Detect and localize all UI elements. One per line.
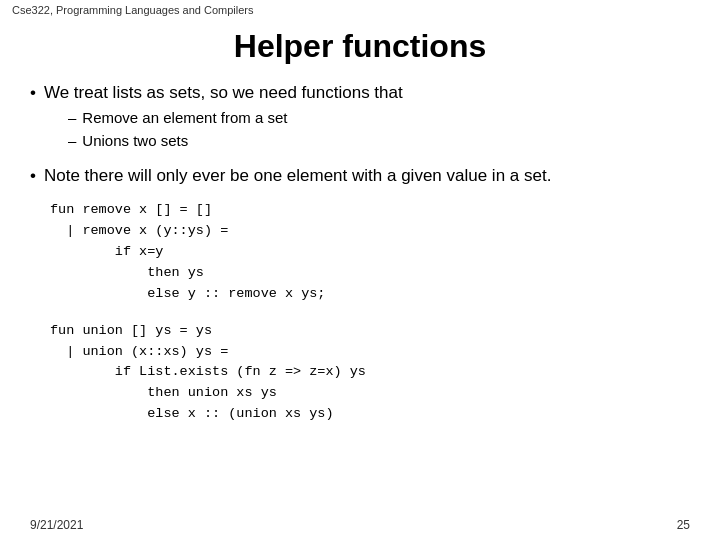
page-number: 25	[677, 518, 690, 532]
bullet-dot-2: •	[30, 166, 36, 186]
bullet-text-2: Note there will only ever be one element…	[44, 166, 551, 186]
code-block-2: fun union [] ys = ys | union (x::xs) ys …	[50, 321, 690, 426]
dash-1: –	[68, 107, 76, 130]
sub-text-2: Unions two sets	[82, 130, 188, 153]
bullet-main-1: • We treat lists as sets, so we need fun…	[30, 83, 690, 103]
bullet-text-1: We treat lists as sets, so we need funct…	[44, 83, 403, 103]
code-block-1: fun remove x [] = [] | remove x (y::ys) …	[50, 200, 690, 305]
bullet-dot-1: •	[30, 83, 36, 103]
slide-title: Helper functions	[30, 28, 690, 65]
sub-item-1: – Remove an element from a set	[68, 107, 690, 130]
footer-date: 9/21/2021	[30, 518, 83, 532]
course-header: Cse322, Programming Languages and Compil…	[12, 4, 254, 16]
dash-2: –	[68, 130, 76, 153]
bullet-main-2: • Note there will only ever be one eleme…	[30, 166, 690, 186]
bullet-section-1: • We treat lists as sets, so we need fun…	[30, 83, 690, 152]
bullet-sub-1: – Remove an element from a set – Unions …	[68, 107, 690, 152]
course-title: Cse322, Programming Languages and Compil…	[12, 4, 254, 16]
sub-item-2: – Unions two sets	[68, 130, 690, 153]
slide-container: Cse322, Programming Languages and Compil…	[0, 0, 720, 540]
sub-text-1: Remove an element from a set	[82, 107, 287, 130]
bullet-section-2: • Note there will only ever be one eleme…	[30, 166, 690, 186]
